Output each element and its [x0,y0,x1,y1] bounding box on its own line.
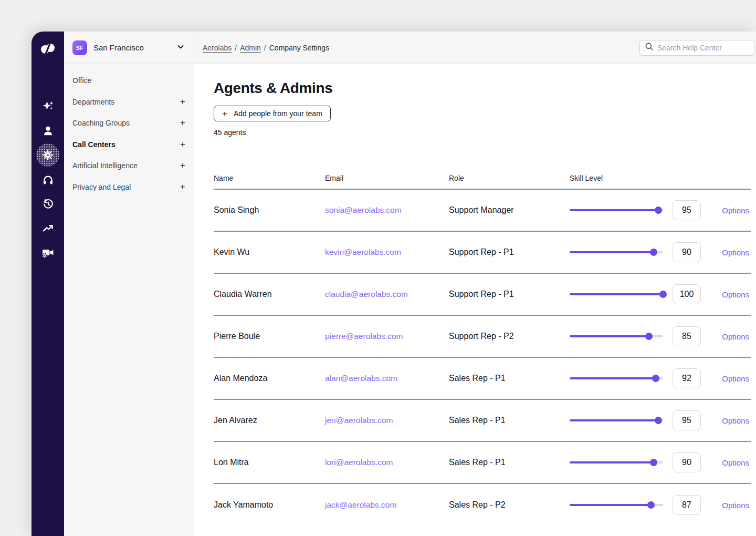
options-link[interactable]: Options [722,501,749,510]
history-clock-icon[interactable] [39,195,57,213]
sidebar-item-coaching-groups[interactable]: Coaching Groups + [64,112,194,134]
agent-email-link[interactable]: alan@aerolabs.com [325,374,449,383]
options-link[interactable]: Options [722,248,749,257]
agent-email-link[interactable]: lori@aerolabs.com [325,458,449,467]
skill-slider[interactable] [570,459,663,466]
contacts-person-icon[interactable] [39,121,57,139]
agents-table: Name Email Role Skill Level Sonia Singh … [214,174,751,526]
agent-name: Pierre Boule [214,332,325,341]
skill-slider[interactable] [570,417,663,424]
skill-value-input[interactable] [673,284,701,304]
agent-email-link[interactable]: jen@aerolabs.com [325,416,449,425]
analytics-trending-up-icon[interactable] [39,219,57,237]
options-link[interactable]: Options [722,458,749,467]
video-meetings-camera-icon[interactable] [39,244,57,262]
sidebar-item-office[interactable]: Office [64,70,194,91]
slider-thumb[interactable] [647,501,655,509]
sidebar-item-label: Privacy and Legal [72,183,131,191]
agent-role: Sales Rep - P1 [449,374,570,383]
agent-email-link[interactable]: jack@aerolabs.com [325,500,449,510]
sidebar-item-label: Coaching Groups [72,119,130,127]
table-row: Claudia Warren claudia@aerolabs.com Supp… [214,274,751,316]
slider-thumb[interactable] [645,333,653,340]
expand-plus-icon[interactable]: + [180,97,185,107]
column-header-email: Email [325,174,449,182]
skill-slider[interactable] [570,333,663,340]
table-header-row: Name Email Role Skill Level [214,174,751,190]
expand-plus-icon[interactable]: + [180,182,185,192]
skill-value-input[interactable] [673,242,701,262]
slider-fill [570,461,654,463]
ai-sparkles-icon[interactable] [39,97,57,115]
agent-email-link[interactable]: pierre@aerolabs.com [325,332,449,341]
sidebar-item-call-centers[interactable]: Call Centers + [64,134,194,156]
agent-name: Alan Mendoza [214,374,325,383]
workspace-name: San Francisco [93,43,176,52]
skill-cell: Options [570,410,751,430]
slider-thumb[interactable] [650,459,657,466]
options-link[interactable]: Options [722,332,749,341]
breadcrumb-link-aerolabs[interactable]: Aerolabs [203,44,232,52]
options-link[interactable]: Options [722,290,749,299]
support-headset-icon[interactable] [39,170,57,188]
table-row: Sonia Singh sonia@aerolabs.com Support M… [214,190,751,232]
skill-value-input[interactable] [673,452,701,472]
add-people-button-label: Add people from your team [234,109,322,118]
agent-email-link[interactable]: kevin@aerolabs.com [325,248,449,257]
skill-value-input[interactable] [673,410,701,430]
workspace-selector[interactable]: SF San Francisco [64,32,194,64]
breadcrumb-current: Company Settings [269,44,329,52]
sidebar-item-privacy-and-legal[interactable]: Privacy and Legal + [64,177,194,198]
table-row: Lori Mitra lori@aerolabs.com Sales Rep -… [214,442,751,484]
help-search-box[interactable] [639,40,754,56]
skill-slider[interactable] [570,375,663,382]
agent-email-link[interactable]: claudia@aerolabs.com [325,290,449,299]
plus-icon: + [222,109,227,118]
skill-slider[interactable] [570,291,663,298]
app-logo-icon[interactable] [39,40,57,58]
skill-slider[interactable] [570,501,663,509]
add-people-button[interactable]: + Add people from your team [214,106,331,121]
expand-plus-icon[interactable]: + [180,160,185,171]
main-area: Aerolabs / Admin / Company Settings Agen… [194,32,756,536]
skill-value-input[interactable] [673,495,701,515]
sidebar-item-label: Departments [72,98,114,106]
options-link[interactable]: Options [722,374,749,383]
sidebar-item-departments[interactable]: Departments + [64,91,194,113]
app-window: SF San Francisco Office Departments + Co… [32,32,756,536]
column-header-skill-level: Skill Level [570,174,751,182]
slider-thumb[interactable] [655,207,662,214]
settings-gear-icon[interactable] [36,143,59,167]
sidebar-item-label: Call Centers [72,140,116,149]
column-header-role: Role [449,174,570,182]
help-search-input[interactable] [657,44,749,52]
options-link[interactable]: Options [722,206,749,215]
slider-fill [570,419,658,421]
skill-value-input[interactable] [673,326,701,346]
breadcrumb-link-admin[interactable]: Admin [240,44,261,52]
table-row: Pierre Boule pierre@aerolabs.com Support… [214,316,751,358]
agent-email-link[interactable]: sonia@aerolabs.com [325,205,449,215]
agent-name: Lori Mitra [214,458,325,467]
agents-table-body: Sonia Singh sonia@aerolabs.com Support M… [214,190,751,526]
table-row: Kevin Wu kevin@aerolabs.com Support Rep … [214,232,751,274]
skill-slider[interactable] [570,249,663,256]
slider-thumb[interactable] [659,291,667,298]
breadcrumb-separator: / [235,44,237,52]
skill-value-input[interactable] [673,200,701,220]
slider-fill [570,209,658,211]
expand-plus-icon[interactable]: + [180,139,185,150]
sidebar-nav: Office Departments + Coaching Groups + C… [64,64,194,198]
slider-thumb[interactable] [652,375,659,382]
slider-thumb[interactable] [655,417,662,424]
options-link[interactable]: Options [722,416,749,425]
breadcrumb: Aerolabs / Admin / Company Settings [203,44,329,52]
agent-name: Claudia Warren [214,290,325,299]
page-title: Agents & Admins [214,80,751,97]
skill-cell: Options [570,368,751,388]
skill-slider[interactable] [570,207,663,214]
sidebar-item-artificial-intelligence[interactable]: Artificial Intelligence + [64,155,194,177]
skill-value-input[interactable] [673,368,701,388]
slider-thumb[interactable] [650,249,657,256]
expand-plus-icon[interactable]: + [180,118,185,128]
